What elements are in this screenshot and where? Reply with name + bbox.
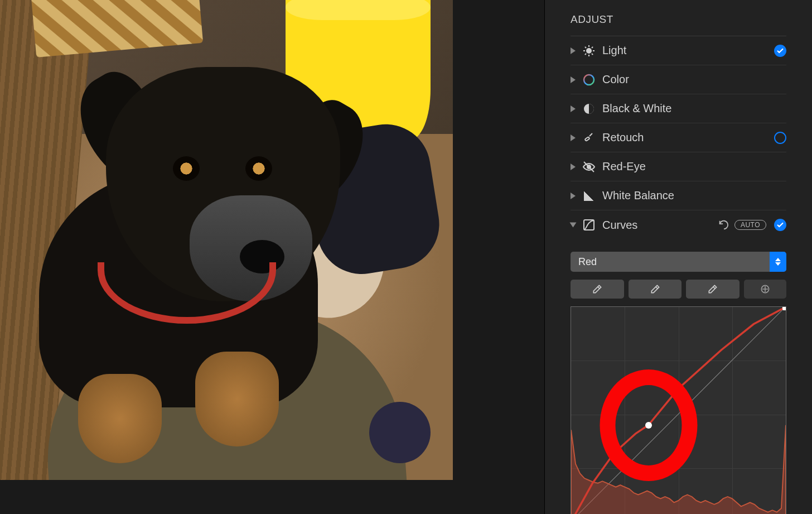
curves-graph-container bbox=[571, 306, 786, 514]
add-point-button[interactable] bbox=[744, 280, 786, 299]
retouch-icon bbox=[582, 131, 596, 145]
disclosure-triangle-icon bbox=[570, 223, 577, 228]
adjust-row-light[interactable]: Light bbox=[571, 36, 786, 65]
canvas-area bbox=[0, 0, 544, 514]
bw-icon bbox=[582, 102, 596, 116]
curves-dropper-row bbox=[571, 280, 786, 299]
row-label: Light bbox=[602, 44, 774, 57]
adjust-row-curves[interactable]: Curves AUTO bbox=[571, 210, 786, 239]
curves-channel-select[interactable]: Red bbox=[571, 252, 786, 272]
svg-rect-3 bbox=[585, 137, 590, 141]
select-stepper-icon bbox=[770, 252, 786, 272]
select-value: Red bbox=[578, 256, 597, 268]
disclosure-triangle-icon bbox=[571, 193, 576, 199]
reset-icon[interactable] bbox=[718, 219, 730, 231]
disclosure-triangle-icon bbox=[571, 105, 576, 112]
row-label: Curves bbox=[602, 219, 718, 232]
light-icon bbox=[582, 44, 596, 57]
curves-graph[interactable] bbox=[571, 306, 786, 514]
dropper-white-button[interactable] bbox=[686, 280, 740, 299]
applied-check-icon[interactable] bbox=[774, 219, 786, 231]
disclosure-triangle-icon bbox=[571, 164, 576, 170]
adjust-row-whitebalance[interactable]: White Balance bbox=[571, 181, 786, 210]
panel-title: ADJUST bbox=[571, 10, 786, 36]
adjust-row-color[interactable]: Color bbox=[571, 65, 786, 94]
curve-endpoint-highlight[interactable] bbox=[782, 306, 786, 310]
color-icon bbox=[582, 73, 596, 87]
adjust-row-redeye[interactable]: Red-Eye bbox=[571, 152, 786, 181]
redeye-icon bbox=[582, 160, 596, 174]
curves-icon bbox=[582, 218, 596, 232]
row-label: Retouch bbox=[602, 131, 774, 144]
photo-preview[interactable] bbox=[0, 0, 453, 480]
disclosure-triangle-icon bbox=[571, 134, 576, 141]
disclosure-triangle-icon bbox=[571, 47, 576, 54]
disclosure-triangle-icon bbox=[571, 76, 576, 83]
row-label: Red-Eye bbox=[602, 160, 786, 173]
dropper-black-button[interactable] bbox=[571, 280, 624, 299]
svg-point-1 bbox=[584, 75, 594, 85]
curve-control-point[interactable] bbox=[645, 422, 652, 429]
applied-check-icon[interactable] bbox=[774, 45, 786, 57]
adjust-row-bw[interactable]: Black & White bbox=[571, 94, 786, 123]
row-label: Black & White bbox=[602, 102, 786, 115]
adjust-sidebar: ADJUST Light Color Black & bbox=[544, 0, 812, 514]
enable-ring-icon[interactable] bbox=[774, 132, 786, 144]
row-label: Color bbox=[602, 73, 786, 86]
adjust-row-retouch[interactable]: Retouch bbox=[571, 123, 786, 152]
svg-point-0 bbox=[587, 49, 591, 53]
auto-button[interactable]: AUTO bbox=[734, 220, 766, 230]
row-label: White Balance bbox=[602, 189, 786, 202]
dropper-gray-button[interactable] bbox=[629, 280, 682, 299]
whitebalance-icon bbox=[582, 189, 596, 203]
